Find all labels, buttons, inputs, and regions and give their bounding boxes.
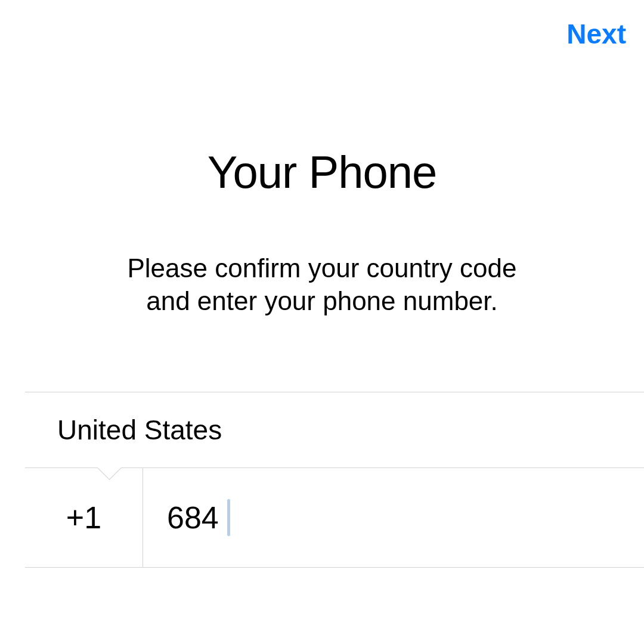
page-subtitle: Please confirm your country code and ent…	[0, 252, 644, 317]
content: Your Phone Please confirm your country c…	[0, 66, 644, 568]
country-selector[interactable]: United States	[25, 392, 644, 467]
page-title: Your Phone	[0, 146, 644, 198]
phone-form: United States +1	[0, 392, 644, 568]
subtitle-line-2: and enter your phone number.	[146, 286, 498, 315]
subtitle-line-1: Please confirm your country code	[128, 253, 517, 283]
country-code-field[interactable]: +1	[25, 468, 143, 567]
header: Next	[0, 0, 644, 66]
next-button[interactable]: Next	[566, 18, 626, 50]
phone-row: +1	[25, 467, 644, 568]
phone-number-cell	[143, 468, 644, 567]
phone-number-input[interactable]	[167, 500, 644, 535]
text-caret	[227, 499, 230, 536]
